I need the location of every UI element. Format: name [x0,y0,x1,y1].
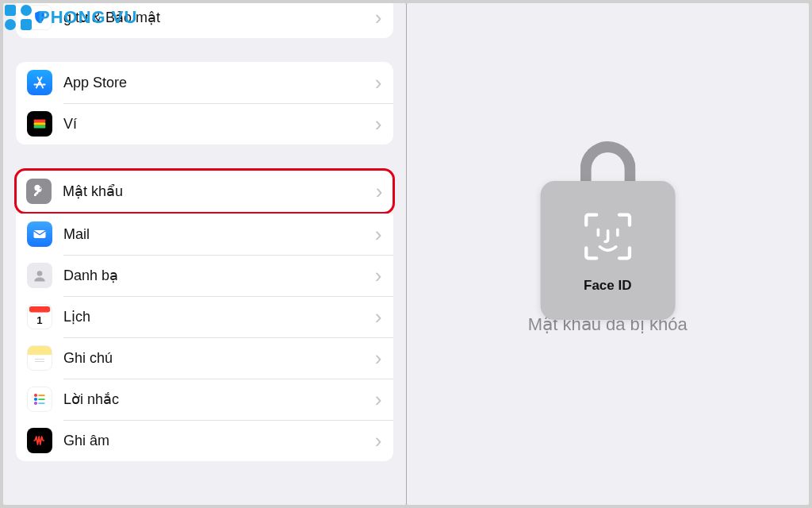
svg-rect-5 [29,306,50,313]
row-label: App Store [63,75,375,91]
svg-rect-8 [38,394,44,396]
row-label: Mật khẩu [63,183,376,200]
svg-rect-2 [34,125,46,129]
row-label: Ghi âm [63,433,375,449]
faceid-label: Face ID [584,278,631,294]
chevron-right-icon: › [376,179,383,204]
chevron-right-icon: › [375,264,382,288]
chevron-right-icon: › [375,346,382,371]
row-label: Danh bạ [63,267,375,284]
row-label: Mail [63,226,375,243]
contacts-icon [27,263,52,288]
settings-row-wallet[interactable]: Ví › [16,103,393,144]
svg-rect-10 [38,398,44,400]
lock-icon: Face ID [544,173,671,292]
settings-row-voicememos[interactable]: Ghi âm › [16,420,393,461]
voicememos-icon [27,428,52,453]
settings-row-reminders[interactable]: Lời nhắc › [16,379,393,420]
settings-row-appstore[interactable]: App Store › [16,62,393,103]
chevron-right-icon: › [375,222,382,247]
row-label: Lịch [63,308,375,325]
settings-sidebar: g tư & Bảo mật › App Store › [3,3,407,505]
reminders-icon [27,387,52,412]
svg-rect-1 [34,122,46,125]
mail-icon [27,221,52,247]
svg-point-7 [34,394,37,397]
svg-text:1: 1 [36,314,42,326]
appstore-icon [27,70,52,95]
chevron-right-icon: › [375,112,382,137]
settings-row-mail[interactable]: Mail › [16,214,393,255]
settings-row-calendar[interactable]: 1 Lịch › [16,296,393,337]
notes-icon [27,345,52,371]
row-label: Ghi chú [63,350,375,367]
settings-row-contacts[interactable]: Danh bạ › [16,255,393,296]
svg-point-11 [34,402,37,405]
settings-row-passwords[interactable]: Mật khẩu › [17,171,393,212]
svg-rect-0 [34,120,46,123]
highlighted-row-passwords: Mật khẩu › [14,168,395,214]
watermark-text: PHONG VU [38,7,137,28]
settings-row-notes[interactable]: Ghi chú › [16,337,393,379]
faceid-prompt[interactable]: Face ID [540,181,675,320]
svg-point-9 [34,398,37,401]
wallet-icon [27,111,52,137]
chevron-right-icon: › [375,6,382,30]
svg-point-4 [37,271,43,276]
chevron-right-icon: › [375,305,382,329]
chevron-right-icon: › [375,429,382,453]
row-label: Ví [63,116,375,133]
watermark-logo: PHONG VU [5,5,137,30]
key-icon [26,179,52,204]
svg-rect-12 [38,402,44,404]
svg-rect-3 [34,230,46,238]
calendar-icon: 1 [27,304,52,329]
row-label: Lời nhắc [63,391,375,408]
chevron-right-icon: › [375,387,382,412]
passwords-detail-pane: Face ID Mật khẩu đã bị khóa [407,3,810,505]
chevron-right-icon: › [375,71,382,95]
faceid-icon [579,208,636,265]
